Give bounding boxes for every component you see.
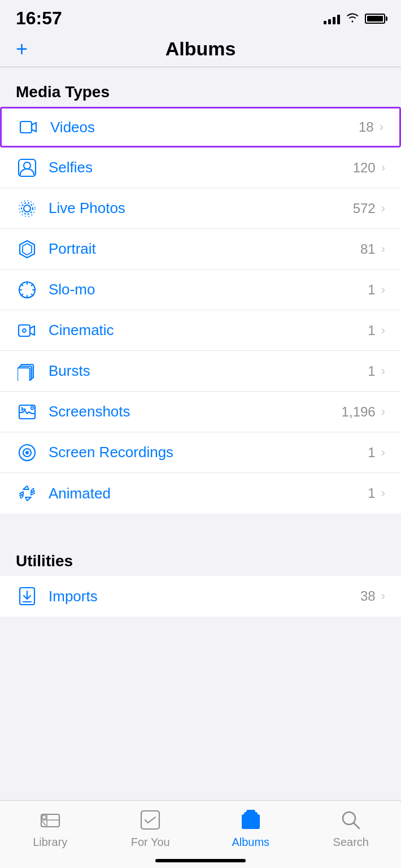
bursts-count: 1 [368, 363, 375, 379]
cinematic-chevron: › [381, 323, 385, 338]
status-icons [324, 11, 385, 26]
bursts-icon [16, 362, 38, 381]
animated-icon [16, 484, 38, 503]
screenshots-icon [16, 402, 38, 422]
videos-count: 18 [359, 119, 374, 135]
selfies-count: 120 [353, 160, 376, 176]
bursts-chevron: › [381, 364, 385, 379]
wifi-icon [346, 11, 359, 26]
library-tab-icon [36, 808, 64, 832]
status-bar: 16:57 [0, 0, 401, 33]
portrait-count: 81 [360, 241, 376, 257]
nav-header: + Albums [0, 33, 401, 67]
videos-label: Videos [50, 119, 359, 136]
svg-rect-31 [246, 810, 255, 824]
page-title: Albums [165, 38, 236, 60]
videos-chevron: › [380, 120, 383, 134]
portrait-label: Portrait [49, 240, 360, 258]
home-indicator [155, 859, 246, 862]
svg-line-14 [21, 294, 23, 296]
media-types-section: Videos 18 › Selfies 120 › [0, 107, 401, 514]
imports-icon [16, 587, 38, 606]
svg-point-24 [25, 451, 29, 454]
svg-rect-28 [141, 811, 159, 829]
add-album-button[interactable]: + [16, 39, 28, 59]
search-tab-label: Search [333, 836, 369, 849]
animated-chevron: › [381, 486, 385, 501]
live-photos-chevron: › [381, 201, 385, 216]
tab-albums[interactable]: Albums [200, 808, 301, 849]
svg-point-21 [31, 406, 34, 409]
slo-mo-icon [16, 280, 38, 300]
list-item-selfies[interactable]: Selfies 120 › [0, 147, 401, 188]
for-you-tab-label: For You [131, 836, 170, 849]
main-content: Media Types Videos 18 › [0, 67, 401, 690]
svg-rect-27 [42, 815, 46, 819]
list-item-live-photos[interactable]: Live Photos 572 › [0, 188, 401, 229]
albums-tab-label: Albums [232, 836, 269, 849]
search-tab-icon [337, 808, 365, 832]
library-tab-label: Library [33, 836, 67, 849]
list-item-slo-mo[interactable]: Slo-mo 1 › [0, 270, 401, 310]
svg-point-1 [24, 162, 30, 169]
imports-chevron: › [381, 589, 385, 604]
animated-label: Animated [49, 485, 368, 502]
selfies-chevron: › [381, 160, 385, 175]
utilities-title: Utilities [16, 552, 73, 570]
screen-recordings-icon [16, 443, 38, 462]
list-item-imports[interactable]: Imports 38 › [0, 576, 401, 617]
videos-icon [18, 118, 40, 137]
bursts-label: Bursts [49, 362, 368, 380]
media-types-title: Media Types [16, 83, 110, 101]
selfies-label: Selfies [49, 159, 353, 176]
list-item-cinematic[interactable]: Cinematic 1 › [0, 310, 401, 351]
imports-count: 38 [360, 588, 376, 604]
list-item-animated[interactable]: Animated 1 › [0, 473, 401, 514]
screenshots-chevron: › [381, 405, 385, 419]
status-time: 16:57 [16, 8, 62, 29]
screenshots-label: Screenshots [49, 403, 342, 420]
media-types-header: Media Types [0, 67, 401, 107]
cinematic-icon [16, 321, 38, 340]
svg-line-12 [32, 294, 33, 296]
portrait-icon [16, 240, 38, 259]
live-photos-count: 572 [353, 201, 376, 216]
svg-point-3 [24, 205, 30, 212]
list-item-bursts[interactable]: Bursts 1 › [0, 351, 401, 392]
albums-tab-icon [237, 808, 265, 832]
tab-library[interactable]: Library [0, 808, 101, 849]
slo-mo-count: 1 [368, 282, 375, 298]
svg-point-16 [23, 329, 26, 332]
live-photos-icon [16, 199, 38, 218]
list-item-screen-recordings[interactable]: Screen Recordings 1 › [0, 432, 401, 473]
utilities-section-list: Imports 38 › [0, 576, 401, 617]
slo-mo-label: Slo-mo [49, 281, 368, 298]
utilities-header: Utilities [0, 536, 401, 576]
screenshots-count: 1,196 [342, 404, 376, 420]
portrait-chevron: › [381, 242, 385, 257]
svg-line-13 [32, 284, 33, 285]
tab-search[interactable]: Search [301, 808, 402, 849]
tab-for-you[interactable]: For You [101, 808, 201, 849]
svg-rect-19 [18, 368, 30, 381]
live-photos-label: Live Photos [49, 199, 353, 217]
battery-icon [365, 14, 385, 24]
cinematic-label: Cinematic [49, 322, 368, 339]
selfies-icon [16, 158, 38, 177]
list-item-videos[interactable]: Videos 18 › [0, 107, 401, 147]
svg-line-11 [21, 284, 23, 285]
tab-bar: Library For You Albums Search [0, 800, 401, 868]
screen-recordings-count: 1 [368, 445, 375, 461]
animated-count: 1 [368, 485, 375, 501]
list-item-portrait[interactable]: Portrait 81 › [0, 229, 401, 270]
list-item-screenshots[interactable]: Screenshots 1,196 › [0, 392, 401, 432]
svg-rect-26 [41, 814, 59, 827]
slo-mo-chevron: › [381, 283, 385, 297]
signal-icon [324, 13, 340, 24]
for-you-tab-icon [136, 808, 164, 832]
svg-rect-0 [20, 121, 32, 133]
screen-recordings-label: Screen Recordings [49, 444, 368, 461]
imports-label: Imports [49, 588, 360, 605]
cinematic-count: 1 [368, 323, 375, 338]
svg-rect-15 [19, 325, 30, 336]
